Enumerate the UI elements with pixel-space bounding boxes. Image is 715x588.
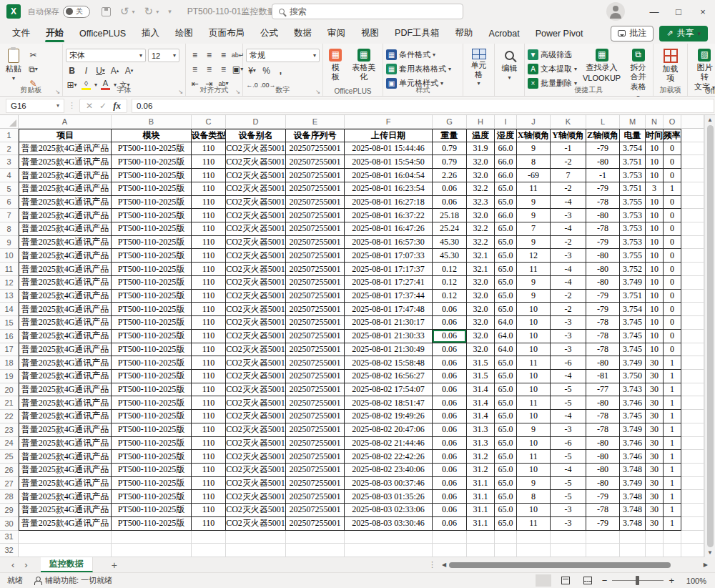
cell-O25[interactable]: 1 [664,450,681,464]
cell-B8[interactable]: PT500-110-2025版 [112,222,192,236]
cell-H21[interactable]: 31.4 [467,396,495,410]
cell-D20[interactable]: CO2灭火器5001 [226,383,286,397]
cell-H30[interactable]: 31.1 [467,517,495,531]
cell-G27[interactable]: 0.06 [433,477,467,491]
cell-D18[interactable]: CO2灭火器5001 [226,356,286,370]
cell-C8[interactable]: 110 [192,222,226,236]
scroll-down-icon[interactable]: ▼ [707,549,713,556]
cut-icon[interactable]: ✂ [27,49,39,61]
cell-N18[interactable]: 30 [646,356,664,370]
cell-J4[interactable]: -69 [517,169,551,182]
cell-O5[interactable]: 1 [664,182,681,196]
cell-C13[interactable]: 110 [192,290,226,303]
cell-I14[interactable]: 65.0 [495,303,517,316]
empty-cell[interactable] [112,544,192,557]
cell-H25[interactable]: 31.2 [467,450,495,464]
text-extract-button[interactable]: A 文本提取▾ [528,63,577,75]
empty-cell[interactable] [681,169,704,182]
tab-开始[interactable]: 开始 [38,23,72,44]
row-header-6[interactable]: 6 [0,196,19,210]
cell-F27[interactable]: 2025-08-03 00:37:46 [345,477,433,491]
align-top-icon[interactable]: ≡ [189,49,201,61]
cell-G20[interactable]: 0.06 [433,383,467,397]
align-bottom-icon[interactable]: ≡ [217,49,230,61]
row-header-20[interactable]: 20 [0,383,19,397]
cell-K20[interactable]: -5 [551,383,586,397]
cell-E3[interactable]: 202507255001 [286,155,345,169]
cell-I27[interactable]: 65.0 [495,477,517,491]
cell-N13[interactable]: 10 [646,290,664,303]
cell-H7[interactable]: 32.0 [467,209,495,222]
page-layout-view-button[interactable] [558,574,573,587]
cell-J25[interactable]: 11 [517,450,551,464]
tab-绘图[interactable]: 绘图 [167,23,201,44]
cell-I25[interactable]: 65.0 [495,450,517,464]
empty-cell[interactable] [433,544,467,557]
empty-cell[interactable] [467,531,495,544]
row-header-15[interactable]: 15 [0,316,19,330]
empty-cell[interactable] [681,222,704,236]
cell-B25[interactable]: PT500-110-2025版 [112,450,192,464]
cell-C5[interactable]: 110 [192,182,226,196]
cell-G3[interactable]: 0.79 [433,155,467,169]
cell-M29[interactable]: 3.748 [620,504,646,517]
cell-L24[interactable]: -80 [586,437,620,451]
cell-A25[interactable]: 普量2025款4G通讯产品 [19,450,112,464]
cell-K2[interactable]: -1 [551,142,586,156]
name-box[interactable]: G16▾ [6,99,64,113]
cell-J14[interactable]: 10 [517,303,551,316]
cell-L3[interactable]: -80 [586,155,620,169]
cell-K10[interactable]: -3 [551,249,586,263]
empty-cell[interactable] [681,330,704,343]
cell-L8[interactable]: -78 [586,222,620,236]
cell-G21[interactable]: 0.06 [433,396,467,410]
cell-I24[interactable]: 65.0 [495,437,517,451]
cell-E10[interactable]: 202507255001 [286,249,345,263]
cell-O27[interactable]: 1 [664,477,681,491]
cell-F25[interactable]: 2025-08-02 22:42:26 [345,450,433,464]
cell-L25[interactable]: -80 [586,450,620,464]
cell-H5[interactable]: 32.2 [467,182,495,196]
cell-A21[interactable]: 普量2025款4G通讯产品 [19,396,112,410]
cell-D27[interactable]: CO2灭火器5001 [226,477,286,491]
cell-N26[interactable]: 30 [646,464,664,477]
row-header-11[interactable]: 11 [0,263,19,276]
cell-M26[interactable]: 3.748 [620,464,646,477]
cell-A4[interactable]: 普量2025款4G通讯产品 [19,169,112,182]
cell-M4[interactable]: 3.753 [620,169,646,182]
row-header-18[interactable]: 18 [0,356,19,370]
cell-B18[interactable]: PT500-110-2025版 [112,356,192,370]
cell-J23[interactable]: 9 [517,423,551,437]
row-header-4[interactable]: 4 [0,169,19,182]
row-header-17[interactable]: 17 [0,343,19,357]
cell-J7[interactable]: 9 [517,209,551,222]
cell-C27[interactable]: 110 [192,477,226,491]
redo-caret-icon[interactable]: ▾ [156,9,159,15]
formula-input[interactable] [132,99,714,113]
header-cell-A1[interactable]: 项目 [19,129,112,142]
cell-K28[interactable]: -5 [551,490,586,504]
empty-cell[interactable] [681,196,704,210]
row-header-10[interactable]: 10 [0,249,19,263]
cell-E21[interactable]: 202507255001 [286,396,345,410]
cell-D10[interactable]: CO2灭火器5001 [226,249,286,263]
column-header-L[interactable]: L [586,115,620,129]
cell-K21[interactable]: -5 [551,396,586,410]
cell-L5[interactable]: -79 [586,182,620,196]
tab-Acrobat[interactable]: Acrobat [481,23,528,44]
cell-H14[interactable]: 32.0 [467,303,495,316]
cell-F4[interactable]: 2025-08-01 16:04:54 [345,169,433,182]
empty-cell[interactable] [681,290,704,303]
cell-B4[interactable]: PT500-110-2025版 [112,169,192,182]
zoom-in-button[interactable]: + [669,575,674,586]
save-icon[interactable] [102,7,111,16]
cell-N23[interactable]: 30 [646,423,664,437]
cell-N27[interactable]: 30 [646,477,664,491]
cell-B26[interactable]: PT500-110-2025版 [112,464,192,477]
cell-O14[interactable]: 0 [664,303,681,316]
cell-I22[interactable]: 65.0 [495,410,517,423]
cell-F16[interactable]: 2025-08-01 21:30:33 [345,330,433,343]
cell-G25[interactable]: 0.06 [433,450,467,464]
cell-F24[interactable]: 2025-08-02 21:44:46 [345,437,433,451]
row-header-22[interactable]: 22 [0,410,19,423]
